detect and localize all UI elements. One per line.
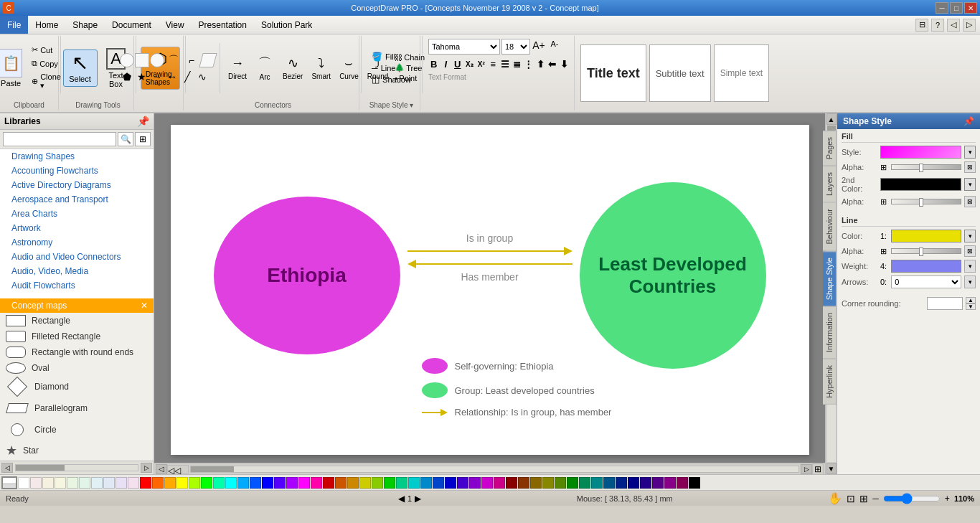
color-swatch-550088[interactable] — [652, 477, 664, 489]
color-swatch-f5f0e0[interactable] — [42, 477, 54, 489]
corner-rounding-input[interactable]: 0 mm — [927, 297, 963, 310]
align-center-button[interactable]: ☰ — [499, 56, 511, 72]
color-swatch-cc00cc[interactable] — [481, 477, 493, 489]
star-shape-btn[interactable]: ★ — [135, 70, 149, 83]
color-swatch-4400cc[interactable] — [457, 477, 468, 489]
ethiopia-oval[interactable]: Ethiopia — [214, 197, 400, 354]
menu-shape[interactable]: Shape — [65, 16, 105, 34]
library-item-drawing-shapes[interactable]: Drawing Shapes — [0, 149, 154, 164]
curve-connector-btn1[interactable]: ⌒ — [165, 53, 182, 67]
lib-scroll-left-btn[interactable]: ◁ — [1, 463, 13, 473]
tab-pages[interactable]: Pages — [823, 131, 837, 166]
color-swatch-00ffaa[interactable] — [213, 477, 225, 489]
shape-round-rect-item[interactable]: Rectangle with round ends — [0, 344, 154, 360]
color-swatch-cc0000[interactable] — [323, 477, 334, 489]
align-right-button[interactable]: ≣ — [512, 56, 523, 72]
underline-button[interactable]: U — [452, 56, 463, 72]
arrow-shape-btn[interactable]: → — [150, 70, 164, 83]
color-swatch-e8e0f5[interactable] — [116, 477, 127, 489]
h-scroll-corner[interactable]: ⊞ — [812, 463, 824, 475]
shape-star-item[interactable]: ★ Star — [0, 440, 154, 461]
color-swatch-00cc00[interactable] — [384, 477, 395, 489]
arrows-select[interactable]: 0 — [891, 275, 961, 288]
library-item-artwork[interactable]: Artwork — [0, 221, 154, 235]
minimize-button[interactable]: ─ — [936, 2, 948, 14]
window-control-1[interactable]: ⊟ — [915, 19, 928, 32]
color-swatch-ff00ff[interactable] — [298, 477, 310, 489]
color-swatch-e0f5e8[interactable] — [79, 477, 90, 489]
tab-behaviour[interactable]: Behaviour — [823, 202, 837, 251]
smart-connector-button[interactable]: ⤵ Smart — [308, 52, 334, 84]
color-swatch-888800[interactable] — [542, 477, 554, 489]
library-item-accounting[interactable]: Accounting Flowcharts — [0, 164, 154, 178]
curve-connector-button[interactable]: ⌣ Curve — [336, 52, 362, 84]
direct-connector-button[interactable]: → Direct — [225, 52, 250, 84]
color-swatch-220088[interactable] — [640, 477, 651, 489]
pin-icon[interactable]: 📌 — [137, 116, 149, 127]
copy-button[interactable]: ⧉ Copy — [29, 57, 64, 70]
align-left-button[interactable]: ≡ — [488, 56, 499, 72]
line-alpha-track[interactable] — [891, 248, 961, 254]
shape-circle-item[interactable]: Circle — [0, 419, 154, 440]
library-item-aerospace[interactable]: Aerospace and Transport — [0, 192, 154, 207]
color-swatch-00ffff[interactable] — [225, 477, 237, 489]
color-swatch-00cccc[interactable] — [408, 477, 420, 489]
superscript-button[interactable]: X² — [476, 56, 487, 72]
lib-scroll-right-btn[interactable]: ▷ — [141, 463, 152, 473]
color-swatch-008855[interactable] — [579, 477, 590, 489]
more-shapes-btn[interactable]: ⬟ — [120, 70, 134, 83]
angle-connector-btn[interactable]: ⌐ — [183, 53, 200, 67]
nav-back-button[interactable]: ◁ — [947, 19, 960, 32]
color-swatch-e0f0f5[interactable] — [91, 477, 103, 489]
library-view-button[interactable]: ⊞ — [135, 132, 151, 146]
color-swatch-ffaa00[interactable] — [164, 477, 176, 489]
no-fill-button[interactable] — [1, 476, 17, 489]
simple-style-button[interactable]: Simple text — [714, 44, 769, 102]
fill-style-dropdown[interactable]: ▾ — [964, 146, 976, 159]
title-style-button[interactable]: Title text — [580, 44, 646, 102]
second-alpha-track[interactable] — [891, 199, 961, 204]
color-swatch-8800cc[interactable] — [469, 477, 481, 489]
color-swatch-0000ff[interactable] — [262, 477, 273, 489]
help-button[interactable]: ? — [931, 19, 944, 32]
zoom-in-btn[interactable]: + — [945, 494, 950, 504]
color-swatch-aa00ff[interactable] — [286, 477, 298, 489]
corner-spin-up-btn[interactable]: ▲ — [966, 297, 976, 303]
rect-shape-btn[interactable] — [135, 53, 149, 67]
bold-button[interactable]: B — [428, 56, 440, 72]
weight-swatch[interactable] — [891, 260, 961, 273]
valign-top-button[interactable]: ⬆ — [535, 56, 547, 72]
menu-view[interactable]: View — [159, 16, 192, 34]
color-swatch-008800[interactable] — [567, 477, 578, 489]
v-scroll-up-btn[interactable]: ▲ — [826, 113, 837, 125]
zoom-slider[interactable] — [883, 493, 941, 504]
library-item-active-directory[interactable]: Active Directory Diagrams — [0, 178, 154, 192]
color-swatch-002288[interactable] — [616, 477, 627, 489]
line-color-dropdown[interactable]: ▾ — [964, 230, 976, 242]
oval-shape-btn[interactable] — [120, 53, 134, 67]
v-scroll-down-btn[interactable]: ▼ — [826, 463, 837, 474]
font-size-select[interactable]: 18 — [501, 39, 530, 55]
dbl-arrow-btn[interactable]: ↔ — [165, 70, 179, 83]
color-swatch-000000[interactable] — [689, 477, 700, 489]
color-swatch-008888[interactable] — [591, 477, 603, 489]
menu-solution-park[interactable]: Solution Park — [254, 16, 319, 34]
menu-file[interactable]: File — [0, 16, 28, 34]
menu-document[interactable]: Document — [105, 16, 159, 34]
color-swatch-005588[interactable] — [603, 477, 615, 489]
arrows-dropdown[interactable]: ▾ — [964, 275, 976, 288]
h-scroll-left2-btn[interactable]: ◁◁ — [167, 465, 189, 473]
arc-connector-button[interactable]: ⌒ Arc — [252, 52, 278, 84]
library-search-input[interactable] — [3, 132, 116, 146]
color-swatch-cc8800[interactable] — [347, 477, 359, 489]
zoom-actual-icon[interactable]: ⊞ — [859, 493, 868, 504]
valign-middle-button[interactable]: ⬅ — [547, 56, 558, 72]
line-color-swatch[interactable] — [891, 230, 961, 242]
library-item-area-charts[interactable]: Area Charts — [0, 207, 154, 221]
color-swatch-ff00aa[interactable] — [311, 477, 322, 489]
concept-maps-close-icon[interactable]: ✕ — [141, 301, 148, 311]
color-swatch-f5e0f0[interactable] — [128, 477, 139, 489]
valign-bottom-button[interactable]: ⬇ — [559, 56, 570, 72]
color-swatch-5500ff[interactable] — [274, 477, 286, 489]
color-swatch-880088[interactable] — [664, 477, 676, 489]
